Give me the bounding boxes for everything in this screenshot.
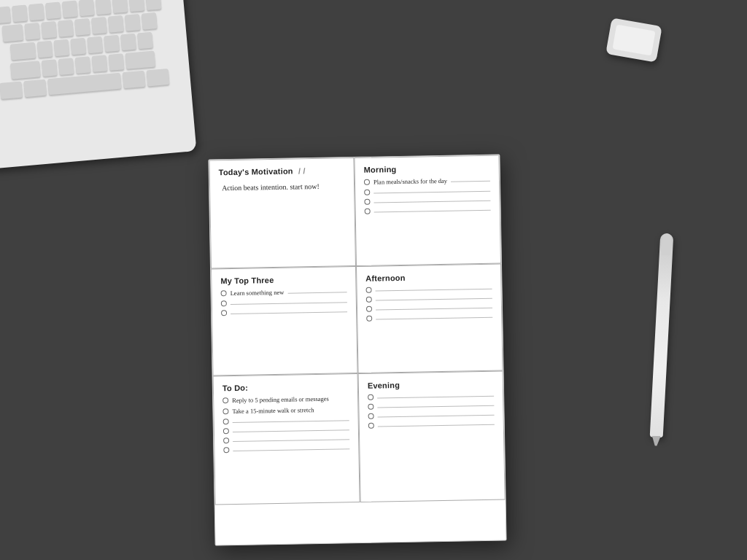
top-three-text-1: Learn something new	[231, 289, 285, 297]
evening-checkbox-2[interactable]	[368, 404, 374, 410]
top-three-checkbox-3[interactable]	[221, 310, 227, 316]
top-three-title: My Top Three	[220, 274, 347, 285]
top-three-checkbox-2[interactable]	[221, 300, 227, 306]
todo-item-1: Reply to 5 pending emails or messages	[222, 394, 349, 404]
morning-line-1	[451, 180, 490, 182]
afternoon-section: Afternoon	[356, 264, 503, 373]
morning-item-2	[364, 187, 490, 195]
todo-item-5	[223, 435, 349, 443]
todo-item-6	[223, 445, 349, 453]
todo-checkbox-4[interactable]	[223, 428, 229, 434]
todo-item-4	[223, 426, 349, 434]
evening-section: Evening	[358, 371, 506, 502]
morning-section: Morning Plan meals/snacks for the day	[354, 155, 501, 266]
afternoon-item-4	[366, 314, 492, 322]
evening-item-4	[368, 421, 495, 429]
top-three-item-1: Learn something new	[221, 287, 347, 297]
top-three-item-2	[221, 298, 347, 306]
keyboard	[0, 0, 196, 169]
todo-checkbox-6[interactable]	[223, 447, 229, 453]
todo-text-1: Reply to 5 pending emails or messages	[232, 395, 329, 404]
evening-title: Evening	[368, 379, 494, 390]
top-three-line-2	[231, 302, 347, 305]
morning-checkbox-2[interactable]	[364, 190, 370, 195]
morning-line-2	[374, 190, 490, 193]
afternoon-title: Afternoon	[365, 272, 492, 283]
todo-item-2: Take a 15-minute walk or stretch	[222, 405, 349, 415]
planner-document: Today's Motivation / / Action beats inte…	[208, 155, 506, 546]
todo-text-2: Take a 15-minute walk or stretch	[232, 406, 314, 415]
top-three-item-3	[221, 308, 347, 316]
motivation-title: Today's Motivation / /	[219, 166, 345, 176]
morning-item-1: Plan meals/snacks for the day	[364, 176, 490, 186]
morning-line-4	[374, 209, 491, 212]
afternoon-checkbox-3[interactable]	[366, 306, 372, 312]
afternoon-item-3	[366, 304, 492, 312]
afternoon-item-2	[366, 295, 492, 303]
evening-item-2	[368, 402, 494, 410]
afternoon-checkbox-2[interactable]	[366, 297, 372, 303]
evening-checkbox-1[interactable]	[368, 394, 374, 400]
todo-title: To Do:	[222, 381, 349, 392]
todo-checkbox-3[interactable]	[223, 419, 229, 424]
morning-title: Morning	[364, 163, 490, 174]
top-three-section: My Top Three Learn something new	[211, 266, 358, 376]
morning-item-3	[364, 197, 490, 205]
afternoon-checkbox-1[interactable]	[365, 287, 371, 293]
top-three-checkbox-1[interactable]	[221, 290, 227, 296]
top-three-line-1	[287, 292, 347, 293]
motivation-section: Today's Motivation / / Action beats inte…	[209, 158, 356, 268]
evening-checkbox-4[interactable]	[368, 423, 374, 429]
morning-text-1: Plan meals/snacks for the day	[374, 177, 447, 186]
morning-line-3	[374, 200, 490, 203]
evening-checkbox-3[interactable]	[368, 413, 374, 419]
morning-checkbox-3[interactable]	[364, 199, 370, 205]
afternoon-item-1	[365, 285, 492, 293]
todo-checkbox-1[interactable]	[222, 397, 228, 403]
evening-item-3	[368, 411, 495, 419]
todo-checkbox-2[interactable]	[222, 408, 228, 414]
evening-item-1	[368, 392, 494, 400]
morning-checkbox-4[interactable]	[365, 209, 371, 214]
top-three-line-3	[231, 311, 347, 314]
motivation-text: Action beats intention. start now!	[219, 180, 345, 194]
todo-item-3	[223, 416, 349, 424]
todo-checkbox-5[interactable]	[223, 438, 229, 443]
morning-checkbox-1[interactable]	[364, 179, 370, 185]
morning-item-4	[365, 206, 491, 214]
afternoon-checkbox-4[interactable]	[366, 316, 372, 322]
todo-section: To Do: Reply to 5 pending emails or mess…	[213, 373, 360, 505]
